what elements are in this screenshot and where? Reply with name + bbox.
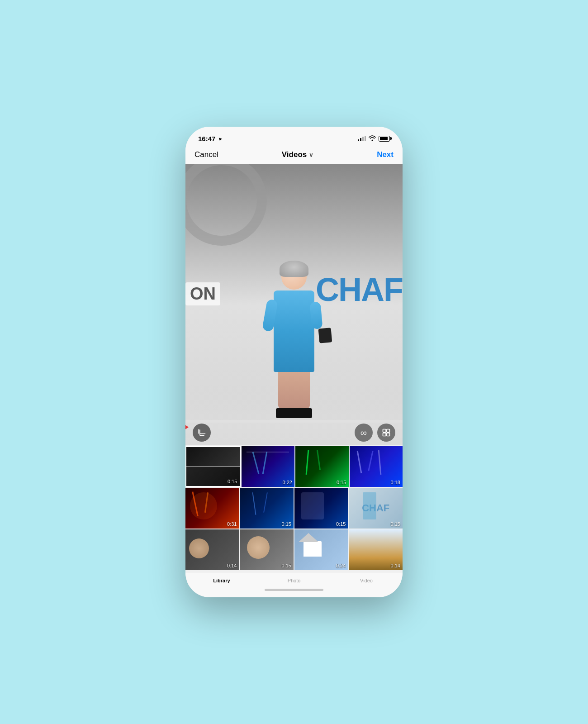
thumb-duration: 0:15 [228, 479, 237, 484]
time-display: 16:47 [198, 135, 215, 143]
thumb-bottom-half: 0:15 [186, 467, 240, 486]
svg-rect-1 [200, 435, 204, 436]
list-item[interactable]: 0:15 [295, 446, 349, 487]
signal-icon [358, 136, 366, 141]
grid-row-3: 0:14 0:15 0:24 0:14 [185, 529, 403, 570]
thumb-duration: 0:14 [391, 563, 400, 568]
tab-photo-label: Photo [288, 578, 301, 583]
thumb-duration: 0:22 [283, 480, 292, 485]
svg-rect-5 [387, 433, 390, 436]
list-item[interactable]: 0:14 [349, 529, 403, 570]
chevron-down-icon: ∨ [309, 152, 313, 158]
controls-strip: ∞ [185, 420, 403, 445]
queen-arm-left [262, 299, 278, 332]
grid-row-1: 0:15 0:22 0:15 [185, 446, 403, 487]
boomerang-button[interactable] [377, 424, 395, 442]
queen-body [274, 291, 314, 372]
crop-icon [197, 428, 206, 437]
list-item[interactable]: 0:15 [240, 529, 294, 570]
thumb-duration: 0:24 [336, 563, 346, 568]
right-controls: ∞ [355, 424, 395, 442]
cancel-button[interactable]: Cancel [194, 150, 218, 159]
thumb-duration: 0:15 [337, 480, 346, 485]
queen-legs [278, 372, 310, 408]
list-item[interactable]: 0:15 [294, 488, 348, 529]
tab-bar: Library Photo Video [185, 572, 403, 585]
tab-photo[interactable]: Photo [258, 577, 330, 583]
thumb-duration: 0:31 [227, 521, 237, 527]
status-time: 16:47 ▲ [198, 135, 222, 143]
queen-purse [318, 328, 332, 343]
queen-head [281, 264, 307, 290]
boomerang-icon [382, 428, 391, 437]
preview-area: ON CHAF [185, 164, 403, 445]
list-item[interactable]: 0:14 [185, 529, 239, 570]
on-sign: ON [185, 282, 220, 305]
preview-image: ON CHAF [185, 164, 403, 445]
thumb-duration: 0:18 [391, 480, 400, 485]
svg-rect-2 [383, 429, 386, 433]
thumb-duration: 0:15 [391, 521, 400, 527]
list-item[interactable]: 0:22 [242, 446, 295, 487]
album-selector[interactable]: Videos ∨ [282, 150, 313, 159]
thumb-top-half [186, 447, 240, 467]
thumb-duration: 0:15 [336, 521, 346, 527]
loop-icon: ∞ [360, 428, 367, 437]
location-arrow-icon: ▲ [216, 135, 223, 142]
nav-bar: Cancel Videos ∨ Next [185, 147, 403, 164]
phone-frame: 16:47 ▲ Cancel Videos ∨ Next [185, 127, 403, 597]
tab-video[interactable]: Video [330, 577, 403, 583]
list-item[interactable]: CHAF 0:15 [349, 488, 403, 529]
queen-figurine [262, 264, 326, 418]
status-icons [358, 135, 390, 142]
thumb-stacked-selected[interactable]: 0:15 [185, 446, 241, 487]
svg-rect-4 [383, 433, 386, 436]
svg-rect-3 [387, 429, 390, 433]
queen-shoes [276, 408, 312, 418]
svg-rect-0 [199, 429, 199, 434]
loop-button[interactable]: ∞ [355, 424, 373, 442]
tab-library-label: Library [213, 578, 230, 583]
battery-icon [379, 136, 390, 142]
tab-video-label: Video [360, 578, 373, 583]
thumb-duration: 0:15 [282, 563, 291, 568]
thumb-duration: 0:15 [282, 521, 291, 527]
nav-title-label: Videos [282, 150, 307, 159]
queen-hair [280, 261, 308, 277]
tab-library[interactable]: Library [185, 577, 258, 583]
thumb-duration: 0:14 [227, 563, 237, 568]
video-grid: 0:15 0:22 0:15 [185, 445, 403, 572]
chaf-text: CHAF [316, 271, 403, 308]
next-button[interactable]: Next [377, 150, 394, 159]
list-item[interactable]: 0:24 [294, 529, 348, 570]
home-indicator [185, 585, 403, 597]
crop-button[interactable] [193, 424, 211, 442]
list-item[interactable]: 0:31 [185, 488, 239, 529]
queen-arm-right [309, 301, 322, 329]
grid-row-2: 0:31 0:15 0:15 CHAF 0:1 [185, 488, 403, 529]
wifi-icon [369, 135, 376, 142]
list-item[interactable]: 0:15 [240, 488, 294, 529]
status-bar: 16:47 ▲ [185, 127, 403, 147]
annotation-arrow [185, 419, 189, 435]
home-bar [265, 589, 323, 591]
list-item[interactable]: 0:18 [350, 446, 403, 487]
